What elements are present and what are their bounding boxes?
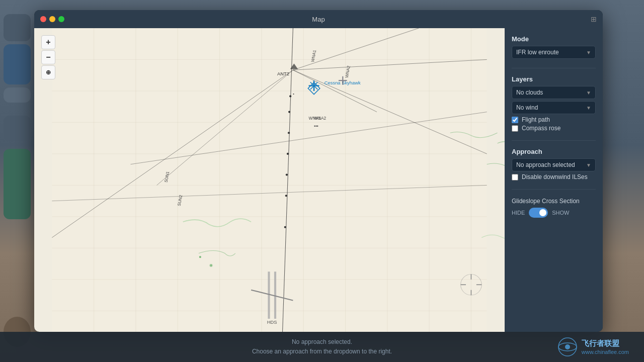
flight-path-row: Flight path [512, 116, 596, 123]
map-grid: HDS • WNA1 [34, 28, 505, 332]
disable-ils-label: Disable downwind ILSes [522, 173, 588, 180]
sidebar-icon-3 [4, 87, 31, 103]
mode-dropdown-value: IFR low enroute [516, 49, 559, 56]
window-title: Map [312, 16, 325, 23]
approach-label: Approach [512, 148, 596, 155]
content-area: + − ⊕ [34, 28, 603, 332]
svg-point-33 [289, 95, 291, 97]
svg-point-40 [284, 226, 286, 228]
svg-point-38 [286, 174, 288, 176]
disable-ils-checkbox[interactable] [512, 174, 518, 180]
wind-dropdown-value: No wind [516, 104, 538, 111]
svg-point-67 [565, 344, 570, 349]
clouds-dropdown[interactable]: No clouds ▼ [512, 86, 596, 99]
flight-path-checkbox[interactable] [512, 117, 518, 123]
layers-section: Layers No clouds ▼ No wind ▼ Flight path… [512, 75, 596, 133]
wind-chevron: ▼ [586, 105, 591, 111]
divider-2 [512, 140, 596, 141]
compass-rose-label: Compass rose [522, 125, 560, 132]
zoom-out-button[interactable]: − [41, 50, 55, 64]
map-area[interactable]: + − ⊕ [34, 28, 505, 332]
zoom-in-button[interactable]: + [41, 35, 55, 49]
compass-rose-checkbox[interactable] [512, 125, 518, 132]
svg-point-35 [288, 111, 290, 113]
approach-dropdown[interactable]: No approach selected ▼ [512, 158, 596, 171]
layers-label: Layers [512, 75, 596, 83]
glideslope-section: Glideslope Cross Section HIDE SHOW [512, 197, 596, 218]
close-button[interactable] [40, 16, 46, 22]
title-bar: Map ⊞ [34, 10, 603, 28]
svg-text:HDS: HDS [267, 320, 277, 325]
show-label: SHOW [552, 210, 569, 216]
bottom-text: No approach selected. Choose an approach… [252, 337, 392, 356]
glideslope-title: Glideslope Cross Section [512, 198, 596, 205]
svg-rect-30 [274, 272, 276, 319]
window-icon: ⊞ [591, 15, 597, 23]
right-panel: Mode IFR low enroute ▼ Layers No clouds … [505, 28, 603, 332]
wind-dropdown[interactable]: No wind ▼ [512, 101, 596, 114]
traffic-lights [40, 16, 64, 22]
clouds-dropdown-value: No clouds [516, 89, 543, 96]
hide-label: HIDE [512, 210, 525, 216]
svg-text:ANT2: ANT2 [277, 71, 289, 76]
left-sidebar [0, 0, 34, 362]
mode-section: Mode IFR low enroute ▼ [512, 35, 596, 61]
compass-rose-row: Compass rose [512, 125, 596, 132]
map-controls: + − ⊕ [41, 35, 55, 79]
divider-3 [512, 189, 596, 190]
bottom-line2: Choose an approach from the dropdown to … [252, 347, 392, 356]
disable-ils-row: Disable downwind ILSes [512, 173, 596, 180]
mode-dropdown[interactable]: IFR low enroute ▼ [512, 46, 596, 59]
bottom-line1: No approach selected. [252, 337, 392, 347]
svg-text:•••: ••• [314, 124, 318, 129]
svg-point-39 [285, 195, 287, 197]
approach-chevron: ▼ [586, 162, 591, 168]
watermark-text: 飞行者联盟 www.chinaflee.com [582, 338, 629, 356]
mode-label: Mode [512, 35, 596, 43]
approach-dropdown-value: No approach selected [516, 161, 575, 168]
minimize-button[interactable] [49, 16, 55, 22]
svg-point-37 [287, 153, 289, 155]
main-window: Map ⊞ + − ⊕ [34, 10, 603, 332]
mode-dropdown-chevron: ▼ [586, 50, 591, 55]
compass-button[interactable]: ⊕ [41, 65, 55, 79]
clouds-chevron: ▼ [586, 90, 591, 96]
sidebar-icon-5 [4, 149, 31, 219]
glideslope-toggle[interactable] [529, 208, 548, 218]
flight-path-label: Flight path [522, 116, 550, 123]
bottom-bar: No approach selected. Choose an approach… [0, 332, 644, 362]
svg-text:WNA2: WNA2 [314, 116, 326, 121]
glideslope-toggle-row: HIDE SHOW [512, 208, 596, 218]
svg-text:●: ● [199, 254, 202, 259]
maximize-button[interactable] [58, 16, 64, 22]
sidebar-icon-2 [4, 44, 31, 84]
divider-1 [512, 68, 596, 68]
sidebar-icon-4 [4, 116, 31, 141]
svg-text:•: • [293, 92, 294, 96]
svg-rect-29 [268, 272, 270, 319]
sidebar-icon-1 [4, 14, 31, 41]
svg-point-36 [288, 132, 290, 134]
svg-text:◉: ◉ [209, 262, 213, 267]
approach-section: Approach No approach selected ▼ Disable … [512, 148, 596, 182]
watermark: 飞行者联盟 www.chinaflee.com [557, 337, 629, 357]
